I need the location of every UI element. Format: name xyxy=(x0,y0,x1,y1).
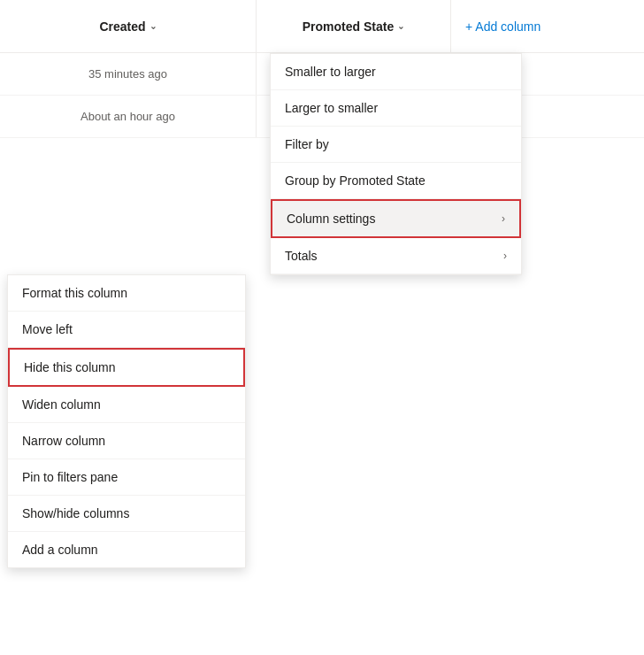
promoted-chevron-icon: ⌄ xyxy=(397,21,404,31)
data-cell-created-1: 35 minutes ago xyxy=(0,53,257,95)
created-value-1: 35 minutes ago xyxy=(88,67,167,81)
menu-item-narrow-column[interactable]: Narrow column xyxy=(8,423,245,459)
header-promoted-state[interactable]: Promoted State ⌄ xyxy=(257,0,451,52)
menu-item-move-left[interactable]: Move left xyxy=(8,312,245,348)
column-settings-label: Column settings xyxy=(287,212,375,226)
right-dropdown-menu: Smaller to larger Larger to smaller Filt… xyxy=(270,53,522,275)
menu-item-column-settings[interactable]: Column settings › xyxy=(271,199,521,238)
menu-item-hide-column[interactable]: Hide this column xyxy=(8,348,245,387)
totals-label: Totals xyxy=(285,249,318,263)
data-cell-created-2: About an hour ago xyxy=(0,96,257,137)
menu-item-add-column[interactable]: Add a column xyxy=(8,532,245,567)
menu-item-larger-to-smaller[interactable]: Larger to smaller xyxy=(271,90,521,127)
created-chevron-icon: ⌄ xyxy=(150,21,157,31)
menu-item-filter-by[interactable]: Filter by xyxy=(271,127,521,163)
menu-item-group-by[interactable]: Group by Promoted State xyxy=(271,163,521,199)
menu-item-smaller-to-larger[interactable]: Smaller to larger xyxy=(271,54,521,90)
menu-item-pin-filters[interactable]: Pin to filters pane xyxy=(8,459,245,496)
column-settings-arrow-icon: › xyxy=(502,212,505,225)
header-row: Created ⌄ Promoted State ⌄ + Add column xyxy=(0,0,644,53)
menu-item-widen-column[interactable]: Widen column xyxy=(8,387,245,423)
created-value-2: About an hour ago xyxy=(80,110,175,123)
created-label: Created xyxy=(99,19,145,34)
add-column-label: + Add column xyxy=(465,19,540,34)
totals-arrow-icon: › xyxy=(503,250,507,262)
left-dropdown-menu: Format this column Move left Hide this c… xyxy=(7,274,246,568)
menu-item-show-hide-columns[interactable]: Show/hide columns xyxy=(8,496,245,532)
header-created[interactable]: Created ⌄ xyxy=(0,0,257,52)
menu-item-totals[interactable]: Totals › xyxy=(271,238,521,274)
promoted-state-label: Promoted State xyxy=(303,19,394,34)
add-column-header[interactable]: + Add column xyxy=(451,0,644,52)
menu-item-format-column[interactable]: Format this column xyxy=(8,275,245,312)
page-container: Created ⌄ Promoted State ⌄ + Add column … xyxy=(0,0,644,655)
